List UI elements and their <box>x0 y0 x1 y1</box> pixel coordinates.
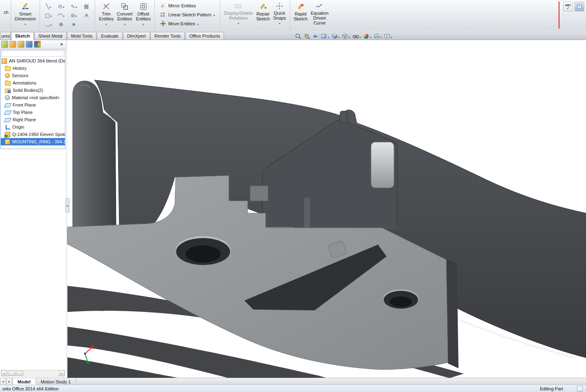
part-icon <box>5 139 10 145</box>
tree-item-origin[interactable]: Origin <box>1 123 65 131</box>
text-tool-button[interactable]: A <box>82 12 91 19</box>
chevron-down-icon[interactable] <box>328 33 329 40</box>
tab-office-products[interactable]: Office Products <box>185 32 224 40</box>
dimxpert-manager-tab-icon[interactable] <box>26 41 33 48</box>
spline-tool-button[interactable]: ∿ <box>68 3 79 10</box>
ribbon-group-sketch-entities: ╲ ⊙ ∿ ▦ ▢ ◠ ⊘ A ◡ ⊕ ∗ <box>40 0 95 31</box>
rapid-sketch-button[interactable]: Rapid Sketch <box>292 1 309 29</box>
equation-driven-curve-button[interactable]: Equation Driven Curve <box>309 1 330 29</box>
tree-item-imported-part[interactable]: Q-1404-1950 Eleven Spoke R <box>1 131 65 138</box>
linear-sketch-pattern-button[interactable]: Linear Sketch Pattern <box>157 11 217 18</box>
chevron-down-icon[interactable] <box>105 21 107 26</box>
chevron-down-icon[interactable] <box>124 21 126 26</box>
spell-check-button[interactable]: ABC ✓ <box>563 2 573 11</box>
tab-features[interactable]: ures <box>0 32 11 40</box>
tab-sketch[interactable]: Sketch <box>11 32 34 40</box>
chevron-down-icon[interactable] <box>143 21 144 26</box>
chevron-down-icon[interactable] <box>50 22 52 27</box>
ellipse-tool-button[interactable]: ⊘ <box>68 12 79 19</box>
view-settings-button[interactable] <box>384 33 392 40</box>
mirror-entities-button[interactable]: Mirror Entities <box>157 2 217 9</box>
chevron-down-icon[interactable] <box>50 13 52 18</box>
tab-render-tools[interactable]: Render Tools <box>150 32 185 40</box>
tree-item-root[interactable]: AN SHROUD 364 blend (Defau <box>1 57 65 65</box>
offset-entities-button[interactable]: Offset Entities <box>134 1 152 29</box>
panel-overflow-chevron-icon[interactable] <box>58 41 65 47</box>
tab-scroll-left-button[interactable] <box>0 378 6 385</box>
display-manager-tab-icon[interactable] <box>34 41 41 48</box>
property-manager-tab-icon[interactable] <box>9 41 16 48</box>
hide-show-items-button[interactable] <box>352 33 361 40</box>
tree-item-mounting-ring[interactable]: MOUNTING_RING - 364-1-sc <box>1 138 65 145</box>
tree-item-annotations[interactable]: Annotations <box>1 79 65 87</box>
chevron-down-icon[interactable] <box>49 4 51 9</box>
chevron-down-icon[interactable] <box>197 21 199 26</box>
scroll-right-arrow-icon[interactable] <box>59 370 65 376</box>
panel-splitter-handle[interactable]: ◂▸ <box>65 198 69 213</box>
chevron-down-icon[interactable] <box>63 13 65 18</box>
previous-view-button[interactable] <box>312 33 319 40</box>
trim-entities-button[interactable]: Trim Entities <box>97 1 115 29</box>
design-binder-button[interactable] <box>575 2 584 11</box>
sketch-grid-button[interactable]: ▦ <box>81 3 91 10</box>
scroll-left-arrow-icon[interactable] <box>1 370 7 376</box>
convert-entities-button[interactable]: Convert Entities <box>115 1 134 29</box>
chevron-down-icon[interactable] <box>76 13 77 18</box>
exit-sketch-button[interactable]: ch <box>2 1 10 29</box>
chevron-down-icon[interactable] <box>380 33 382 40</box>
chevron-down-icon[interactable] <box>370 33 371 40</box>
circle-tool-button[interactable]: ⊙ <box>56 3 67 10</box>
tab-scroll-right-button[interactable] <box>6 378 12 385</box>
scrollbar-thumb[interactable] <box>8 371 23 376</box>
smart-dimension-button[interactable]: Smart Dimension <box>13 1 38 29</box>
display-style-button[interactable] <box>342 33 350 40</box>
configuration-manager-tab-icon[interactable] <box>18 41 25 48</box>
counterbore-hole-left[interactable] <box>176 236 230 265</box>
section-view-button[interactable] <box>321 33 329 40</box>
counterbore-hole-right[interactable] <box>383 290 418 309</box>
view-orientation-button[interactable] <box>331 33 340 40</box>
tree-item-sensors[interactable]: Sensors <box>1 72 65 79</box>
tab-mold-tools[interactable]: Mold Tools <box>67 32 96 40</box>
chevron-down-icon[interactable] <box>25 21 26 26</box>
panel-horizontal-scrollbar[interactable] <box>1 370 65 376</box>
tree-item-right-plane[interactable]: Right Plane <box>1 116 65 123</box>
tree-item-material[interactable]: Material <not specified> <box>1 94 65 101</box>
chevron-down-icon[interactable] <box>349 33 350 40</box>
chevron-down-icon[interactable] <box>360 33 361 40</box>
repair-sketch-button[interactable]: Repair Sketch <box>255 1 272 29</box>
tab-evaluate[interactable]: Evaluate <box>97 32 123 40</box>
chevron-down-icon[interactable] <box>63 4 65 9</box>
apply-scene-button[interactable] <box>374 33 382 40</box>
tab-motion-study[interactable]: Motion Study 1 <box>36 378 76 385</box>
shroud-right-wall[interactable] <box>446 259 459 368</box>
tree-item-top-plane[interactable]: Top Plane <box>1 109 65 116</box>
zoom-to-fit-button[interactable] <box>295 33 302 40</box>
tab-dimxpert[interactable]: DimXpert <box>123 32 150 40</box>
point-tool-button[interactable]: ⊕ <box>56 21 66 28</box>
chevron-down-icon[interactable] <box>391 33 392 40</box>
tree-filter-bar[interactable] <box>2 51 64 57</box>
tab-sheet-metal[interactable]: Sheet Metal <box>34 32 67 40</box>
tree-item-front-plane[interactable]: Front Plane <box>1 101 65 109</box>
chevron-down-icon[interactable] <box>238 20 239 25</box>
viewport-3d-model[interactable] <box>0 0 586 392</box>
tree-item-history[interactable]: History <box>1 65 65 72</box>
edit-appearance-button[interactable] <box>363 33 371 40</box>
tab-model[interactable]: Model <box>12 378 36 385</box>
chevron-down-icon[interactable] <box>279 20 280 25</box>
chevron-down-icon[interactable] <box>338 33 340 40</box>
zoom-to-area-button[interactable] <box>304 33 310 40</box>
feature-manager-tab-icon[interactable] <box>1 41 8 48</box>
quick-snaps-button[interactable]: Quick Snaps <box>272 1 288 29</box>
rectangle-tool-button[interactable]: ▢ <box>42 12 54 19</box>
fillet-tool-button[interactable]: ◡ <box>43 21 54 28</box>
move-entities-button[interactable]: Move Entities <box>157 20 217 27</box>
tree-item-solid-bodies[interactable]: Solid Bodies(2) <box>1 87 65 94</box>
chevron-down-icon[interactable] <box>76 4 77 9</box>
line-tool-button[interactable]: ╲ <box>43 3 53 10</box>
chevron-down-icon[interactable] <box>213 12 215 17</box>
construction-tool-button[interactable]: ∗ <box>69 21 78 28</box>
arc-tool-button[interactable]: ◠ <box>56 12 67 19</box>
display-delete-relations-button[interactable]: Display/Delete Relations <box>222 1 255 29</box>
